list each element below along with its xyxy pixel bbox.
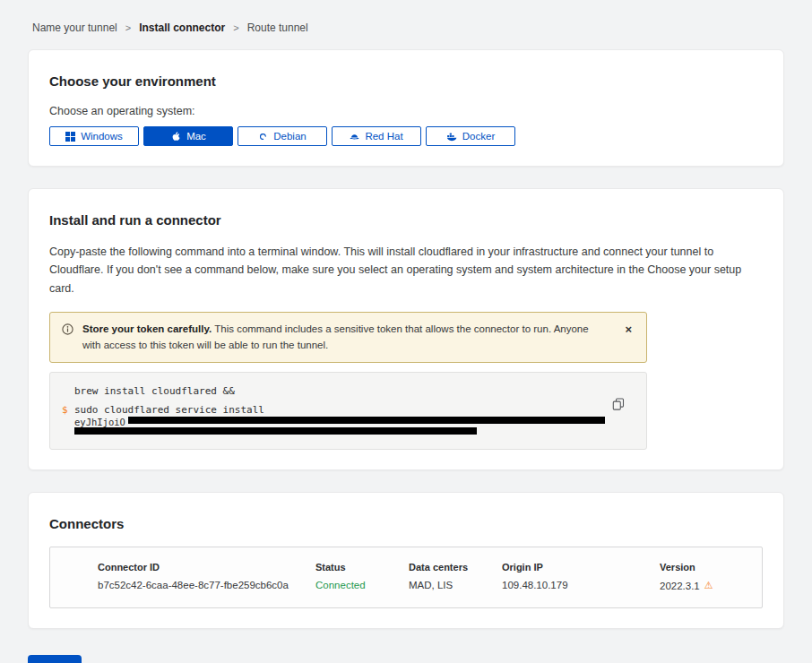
os-button-label: Debian (273, 131, 306, 142)
column-header-data-centers: Data centers (409, 562, 502, 573)
token-redaction-bar (128, 417, 605, 424)
debian-logo-icon (258, 132, 268, 142)
info-icon (62, 323, 73, 335)
token-redaction-bar (74, 427, 477, 435)
install-connector-card: Install and run a connector Copy-paste t… (28, 188, 784, 470)
card-title-environment: Choose your environment (49, 73, 763, 89)
choose-environment-card: Choose your environment Choose an operat… (28, 49, 784, 167)
breadcrumb-separator: > (125, 22, 131, 33)
os-button-label: Red Hat (365, 131, 402, 142)
os-button-redhat[interactable]: Red Hat (332, 126, 421, 146)
install-command-codeblock: brew install cloudflared && $ sudo cloud… (49, 372, 647, 450)
column-header-version: Version (660, 562, 762, 573)
breadcrumb-step-name-your-tunnel[interactable]: Name your tunnel (32, 22, 117, 34)
column-header-connector-id: Connector ID (98, 562, 315, 573)
table-header-row: Connector ID Status Data centers Origin … (50, 547, 762, 573)
warning-icon: ⚠ (704, 580, 713, 591)
origin-ip-cell: 109.48.10.179 (502, 580, 660, 591)
os-button-debian[interactable]: Debian (238, 126, 327, 146)
code-line: $ sudo cloudflared service install (62, 402, 605, 417)
column-header-origin-ip: Origin IP (502, 562, 660, 573)
breadcrumb: Name your tunnel > Install connector > R… (0, 0, 812, 49)
card-title-install: Install and run a connector (49, 212, 763, 228)
table-row: b7c52c42-6caa-48ee-8c77-fbe259cb6c0a Con… (50, 573, 762, 607)
code-line-token (62, 427, 605, 436)
connectors-card: Connectors Connector ID Status Data cent… (28, 492, 784, 629)
next-button[interactable]: Next (28, 655, 82, 663)
shell-prompt: $ (62, 404, 74, 416)
version-cell: 2022.3.1 ⚠ (660, 580, 762, 591)
code-line: brew install cloudflared && (62, 383, 605, 398)
code-command-2: sudo cloudflared service install (74, 404, 264, 416)
connector-id-cell: b7c52c42-6caa-48ee-8c77-fbe259cb6c0a (98, 580, 315, 591)
os-button-label: Windows (81, 131, 123, 142)
breadcrumb-step-route-tunnel[interactable]: Route tunnel (247, 22, 308, 34)
os-button-docker[interactable]: Docker (426, 126, 515, 146)
connectors-table: Connector ID Status Data centers Origin … (49, 547, 763, 608)
status-badge: Connected (315, 580, 409, 591)
os-button-mac[interactable]: Mac (143, 126, 233, 146)
os-select-label: Choose an operating system: (49, 105, 763, 117)
copy-command-button[interactable] (610, 396, 626, 415)
os-button-windows[interactable]: Windows (49, 126, 139, 146)
breadcrumb-separator: > (233, 22, 238, 33)
breadcrumb-step-install-connector[interactable]: Install connector (139, 22, 225, 34)
alert-message-bold: Store your token carefully. (82, 323, 212, 334)
redhat-logo-icon (350, 132, 359, 142)
token-prefix: eyJhIjoiO (74, 417, 125, 427)
apple-logo-icon (170, 131, 181, 142)
docker-logo-icon (446, 131, 457, 142)
version-value: 2022.3.1 (660, 581, 700, 591)
os-button-group: Windows Mac Debian Red Hat Docker (49, 126, 763, 146)
data-centers-cell: MAD, LIS (409, 580, 502, 591)
copy-icon (612, 398, 625, 410)
code-line-token: eyJhIjoiO (62, 417, 605, 427)
windows-logo-icon (65, 132, 75, 142)
column-header-status: Status (315, 562, 409, 573)
card-title-connectors: Connectors (49, 516, 763, 531)
alert-message: Store your token carefully. This command… (82, 322, 612, 354)
code-command-1: brew install cloudflared && (74, 385, 235, 397)
token-warning-alert: Store your token carefully. This command… (49, 312, 647, 364)
close-icon[interactable]: × (621, 322, 635, 337)
os-button-label: Mac (186, 131, 206, 142)
install-description: Copy-paste the following command into a … (49, 243, 762, 297)
os-button-label: Docker (462, 131, 495, 142)
